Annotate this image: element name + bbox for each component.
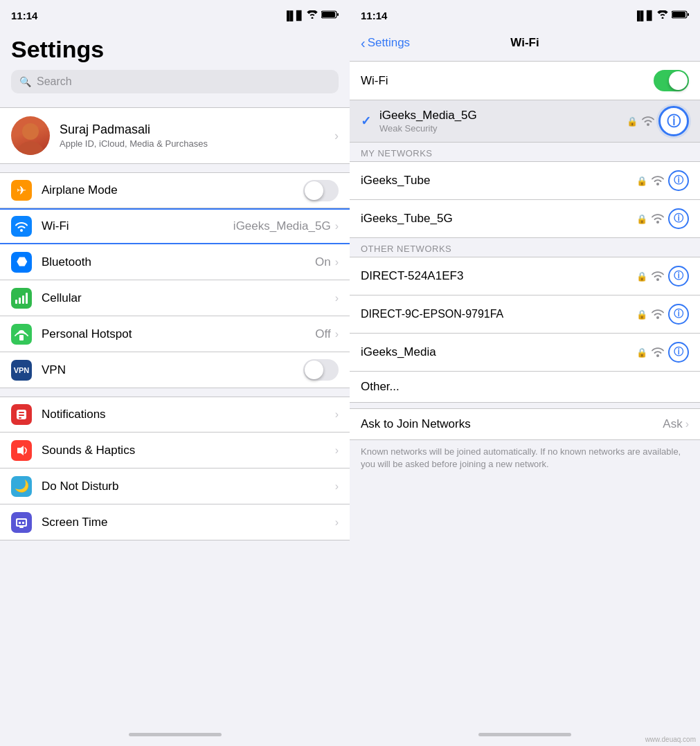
search-bar[interactable]: 🔍 Search xyxy=(11,70,339,93)
igeeks-tube-lock-icon: 🔒 xyxy=(636,176,647,186)
svg-rect-14 xyxy=(19,417,21,419)
direct-524-icons: 🔒 ⓘ xyxy=(636,266,689,286)
direct-524-info-button[interactable]: ⓘ xyxy=(668,266,689,286)
wifi-value: iGeeks_Media_5G xyxy=(233,219,331,233)
cellular-icon xyxy=(15,293,28,304)
wifi-toggle[interactable] xyxy=(654,70,689,91)
svg-rect-17 xyxy=(17,520,26,525)
sounds-label: Sounds & Haptics xyxy=(42,444,335,457)
left-time: 11:14 xyxy=(11,10,37,21)
left-status-bar: 11:14 ▐▌▊ xyxy=(0,0,350,30)
direct-524-wifi-icon xyxy=(652,271,664,281)
right-wifi-status-icon xyxy=(657,9,668,21)
ask-join-row[interactable]: Ask to Join Networks Ask › xyxy=(350,408,700,440)
bluetooth-label: Bluetooth xyxy=(42,255,315,269)
cellular-label: Cellular xyxy=(42,291,335,305)
network-direct-epson[interactable]: DIRECT-9C-EPSON-9791FA 🔒 ⓘ xyxy=(350,295,700,334)
back-label: Settings xyxy=(368,36,410,50)
left-home-indicator xyxy=(0,722,350,746)
dnd-label: Do Not Disturb xyxy=(42,480,335,493)
avatar-figure xyxy=(11,116,50,155)
airplane-icon: ✈ xyxy=(17,183,26,198)
settings-item-dnd[interactable]: 🌙 Do Not Disturb › xyxy=(0,468,350,504)
moon-icon: 🌙 xyxy=(15,479,29,493)
wifi-content: Wi-Fi ✓ iGeeks_Media_5G Weak Security 🔒 … xyxy=(350,55,700,722)
hotspot-value: Off xyxy=(315,327,330,341)
igeeks-media-wifi-icon xyxy=(652,347,664,357)
my-networks-header: MY NETWORKS xyxy=(350,143,700,161)
direct-epson-lock-icon: 🔒 xyxy=(636,309,647,320)
battery-icon xyxy=(321,9,339,21)
svg-point-24 xyxy=(647,123,649,126)
back-button[interactable]: ‹ Settings xyxy=(361,35,410,51)
settings-item-vpn[interactable]: VPN VPN xyxy=(0,352,350,388)
network-direct-524[interactable]: DIRECT-524A1EF3 🔒 ⓘ xyxy=(350,257,700,295)
network-igeeks-media[interactable]: iGeeks_Media 🔒 ⓘ xyxy=(350,334,700,372)
svg-rect-19 xyxy=(19,522,21,524)
current-network-info-button[interactable]: ⓘ xyxy=(658,106,689,136)
search-icon: 🔍 xyxy=(19,76,31,87)
settings-panel: 11:14 ▐▌▊ Settings 🔍 Search xyxy=(0,0,350,746)
wifi-chevron: › xyxy=(335,220,339,233)
bluetooth-value: On xyxy=(315,255,331,269)
back-chevron-icon: ‹ xyxy=(361,35,366,51)
profile-chevron: › xyxy=(334,129,339,143)
direct-epson-wifi-icon xyxy=(652,309,664,319)
svg-point-3 xyxy=(17,141,44,155)
ask-chevron-icon: › xyxy=(685,418,689,430)
svg-point-5 xyxy=(20,229,23,232)
profile-name: Suraj Padmasali xyxy=(60,122,334,137)
wifi-toggle-row[interactable]: Wi-Fi xyxy=(350,61,700,100)
settings-header: Settings 🔍 Search xyxy=(0,30,350,99)
settings-item-sounds[interactable]: Sounds & Haptics › xyxy=(0,433,350,468)
direct-524-lock-icon: 🔒 xyxy=(636,271,647,282)
current-network-name: iGeeks_Media_5G xyxy=(379,109,652,122)
svg-rect-22 xyxy=(672,12,685,17)
vpn-toggle[interactable] xyxy=(303,359,339,381)
settings-item-bluetooth[interactable]: ⬣ Bluetooth On › xyxy=(0,244,350,280)
igeeks-media-info-button[interactable]: ⓘ xyxy=(668,342,689,363)
hotspot-label: Personal Hotspot xyxy=(42,327,315,341)
wifi-page-title: Wi-Fi xyxy=(510,36,539,50)
direct-epson-info-button[interactable]: ⓘ xyxy=(668,304,689,325)
igeeks-tube-info-button[interactable]: ⓘ xyxy=(668,170,689,191)
right-home-bar xyxy=(478,733,571,736)
bluetooth-icon-bg: ⬣ xyxy=(11,252,32,273)
screen-time-label: Screen Time xyxy=(42,516,335,529)
network-other[interactable]: Other... xyxy=(350,372,700,403)
network-igeeks-tube[interactable]: iGeeks_Tube 🔒 ⓘ xyxy=(350,161,700,200)
settings-item-cellular[interactable]: Cellular › xyxy=(0,280,350,316)
vpn-toggle-thumb xyxy=(305,361,323,379)
bluetooth-chevron: › xyxy=(335,256,339,269)
right-status-bar: 11:14 ▐▌▊ xyxy=(350,0,700,30)
hotspot-icon xyxy=(15,328,28,340)
direct-epson-icons: 🔒 ⓘ xyxy=(636,304,689,325)
dnd-icon-bg: 🌙 xyxy=(11,476,32,497)
settings-item-screen-time[interactable]: Screen Time › xyxy=(0,504,350,540)
svg-rect-23 xyxy=(688,13,689,16)
cellular-icon-bg xyxy=(11,288,32,309)
sounds-icon xyxy=(15,444,28,457)
settings-item-airplane-mode[interactable]: ✈ Airplane Mode xyxy=(0,172,350,208)
network-direct-524-name: DIRECT-524A1EF3 xyxy=(361,269,636,283)
svg-rect-9 xyxy=(26,293,28,304)
network-igeeks-tube-name: iGeeks_Tube xyxy=(361,174,636,188)
notifications-label: Notifications xyxy=(42,408,335,421)
info-text: Known networks will be joined automatica… xyxy=(350,440,700,476)
network-igeeks-tube-5g[interactable]: iGeeks_Tube_5G 🔒 ⓘ xyxy=(350,200,700,238)
bluetooth-icon: ⬣ xyxy=(17,255,27,269)
settings-item-notifications[interactable]: Notifications › xyxy=(0,397,350,433)
notifications-icon-bg xyxy=(11,404,32,425)
notifications-icon xyxy=(15,408,28,421)
hotspot-icon-bg xyxy=(11,324,32,345)
current-network-row[interactable]: ✓ iGeeks_Media_5G Weak Security 🔒 ⓘ xyxy=(350,100,700,143)
wifi-panel: 11:14 ▐▌▊ ‹ Settings Wi-Fi Wi-Fi ✓ xyxy=(350,0,700,746)
airplane-mode-toggle[interactable] xyxy=(303,180,339,201)
settings-item-hotspot[interactable]: Personal Hotspot Off › xyxy=(0,316,350,352)
svg-rect-20 xyxy=(22,522,24,524)
profile-row[interactable]: Suraj Padmasali Apple ID, iCloud, Media … xyxy=(0,107,350,164)
right-signal-icon: ▐▌▊ xyxy=(634,10,654,21)
igeeks-tube-5g-info-button[interactable]: ⓘ xyxy=(668,208,689,229)
settings-item-wifi[interactable]: Wi-Fi iGeeks_Media_5G › xyxy=(0,208,350,244)
current-lock-icon: 🔒 xyxy=(627,116,638,127)
